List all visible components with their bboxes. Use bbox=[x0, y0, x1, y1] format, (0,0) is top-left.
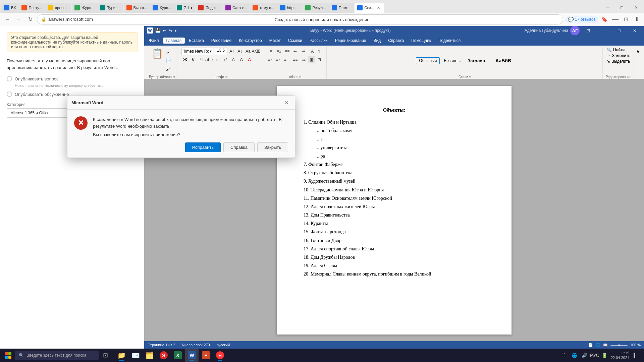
dialog-titlebar: Microsoft Word ✕ bbox=[67, 96, 295, 110]
dialog-close-x-button[interactable]: ✕ bbox=[283, 99, 291, 107]
dialog-title: Microsoft Word bbox=[71, 100, 103, 105]
dialog-body: ✕ К сожалению в Word возникла ошибка, не… bbox=[67, 110, 295, 142]
dialog-error-icon: ✕ bbox=[74, 116, 88, 130]
dialog-help-button[interactable]: Справка bbox=[223, 142, 255, 152]
dialog-overlay: Microsoft Word ✕ ✕ К сожалению в Word во… bbox=[0, 0, 644, 362]
microsoft-word-dialog: Microsoft Word ✕ ✕ К сожалению в Word во… bbox=[67, 96, 295, 158]
dialog-close-button[interactable]: Закрыть bbox=[257, 142, 288, 152]
dialog-question-text: Вы позволите нам исправить приложение? bbox=[93, 132, 288, 137]
dialog-buttons: Исправить Справка Закрыть bbox=[67, 142, 295, 158]
dialog-fix-button[interactable]: Исправить bbox=[185, 142, 221, 152]
dialog-message-text: К сожалению в Word возникла ошибка, не п… bbox=[93, 116, 288, 129]
